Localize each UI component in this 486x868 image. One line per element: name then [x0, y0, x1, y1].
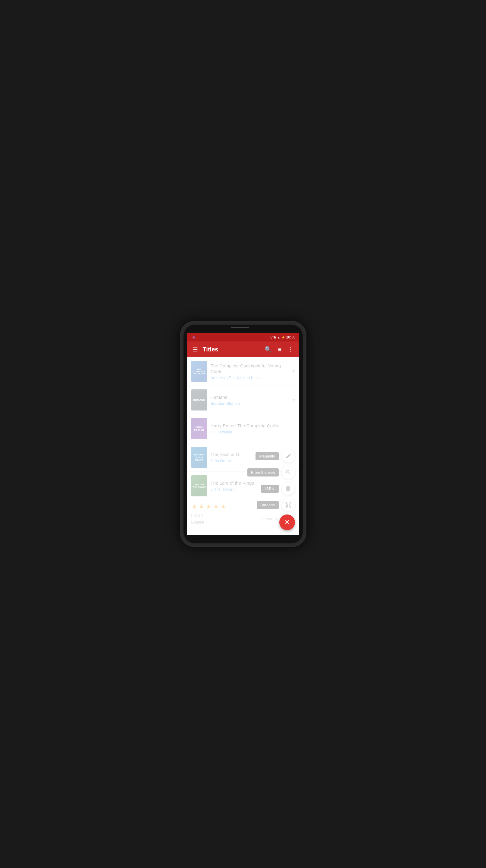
status-bar: 👾 LTE ▲ ⚡ 10:55 — [187, 333, 299, 341]
menu-button[interactable]: ☰ — [191, 344, 199, 354]
filter-button[interactable]: ≡ — [277, 345, 283, 354]
status-icons: LTE ▲ ⚡ 10:55 — [270, 335, 296, 339]
content-area: THE COMPLETE COOKBOOK The Complete Cookb… — [187, 357, 299, 535]
clock: 10:55 — [286, 335, 296, 339]
battery-icon: ⚡ — [282, 336, 285, 339]
network-icon: LTE — [270, 336, 276, 339]
app-icon: 👾 — [192, 336, 196, 339]
speaker — [231, 327, 249, 328]
signal-icon: ▲ — [277, 336, 280, 339]
status-bar-left: 👾 — [191, 336, 269, 339]
page-title: Titles — [203, 346, 260, 353]
phone-screen: 👾 LTE ▲ ⚡ 10:55 ☰ Titles 🔍 ≡ ⋮ — [184, 324, 303, 544]
search-button[interactable]: 🔍 — [263, 344, 273, 354]
more-button[interactable]: ⋮ — [287, 344, 295, 354]
fab-close-button[interactable]: ✕ — [279, 515, 295, 530]
screen-content: 👾 LTE ▲ ⚡ 10:55 ☰ Titles 🔍 ≡ ⋮ — [187, 333, 299, 535]
app-bar: ☰ Titles 🔍 ≡ ⋮ — [187, 341, 299, 357]
phone-frame: 👾 LTE ▲ ⚡ 10:55 ☰ Titles 🔍 ≡ ⋮ — [180, 321, 306, 547]
overlay — [187, 357, 299, 535]
